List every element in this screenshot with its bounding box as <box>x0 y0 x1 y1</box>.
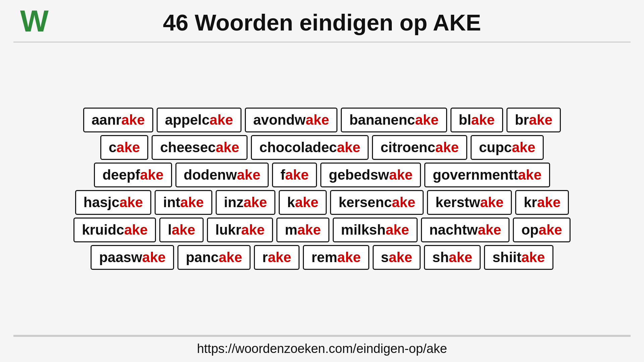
word-prefix: f <box>280 167 285 183</box>
word-box-0-0: aanrake <box>83 108 153 132</box>
page-title: 46 Woorden eindigen op AKE <box>163 9 481 36</box>
word-highlight: ake <box>512 139 535 155</box>
word-highlight: ake <box>121 112 145 128</box>
word-prefix: inz <box>224 194 244 210</box>
word-box-5-3: remake <box>303 245 369 270</box>
word-highlight: ake <box>478 222 501 238</box>
word-highlight: ake <box>180 194 204 210</box>
word-box-2-0: deepfake <box>94 163 172 187</box>
word-prefix: lukr <box>215 222 241 238</box>
word-highlight: ake <box>124 222 148 238</box>
word-prefix: cupc <box>479 139 512 155</box>
word-highlight: ake <box>241 222 265 238</box>
logo: W <box>20 6 49 36</box>
word-prefix: avondw <box>253 112 306 128</box>
word-highlight: ake <box>119 194 143 210</box>
word-box-1-4: cupcake <box>471 135 544 160</box>
word-prefix: m <box>285 222 297 238</box>
word-prefix: kr <box>524 194 537 210</box>
word-highlight: ake <box>237 167 260 183</box>
word-prefix: kruidc <box>82 222 124 238</box>
word-prefix: gebedsw <box>329 167 389 183</box>
word-prefix: bl <box>459 112 471 128</box>
word-row-1: cakecheesecakechocoladecakecitroencakecu… <box>100 135 544 160</box>
words-content: aanrakeappelcakeavondwakebananencakeblak… <box>0 43 644 335</box>
word-prefix: shiit <box>492 249 521 265</box>
word-prefix: op <box>521 222 538 238</box>
word-row-0: aanrakeappelcakeavondwakebananencakeblak… <box>83 108 561 132</box>
word-prefix: chocoladec <box>259 139 337 155</box>
word-prefix: kerstw <box>435 194 480 210</box>
page-header: W 46 Woorden eindigen op AKE <box>0 0 644 42</box>
word-prefix: deepf <box>102 167 140 183</box>
word-prefix: appelc <box>165 112 210 128</box>
word-box-3-2: inzake <box>216 190 275 215</box>
word-box-1-2: chocoladecake <box>251 135 369 160</box>
word-prefix: bananenc <box>349 112 415 128</box>
word-row-2: deepfakedodenwakefakegebedswakegovernmen… <box>94 163 550 187</box>
word-highlight: ake <box>539 222 562 238</box>
word-highlight: ake <box>386 222 409 238</box>
word-prefix: paasw <box>99 249 142 265</box>
footer-url: https://woordenzoeken.com/eindigen-op/ak… <box>13 336 631 362</box>
word-prefix: c <box>109 139 116 155</box>
word-box-3-0: hasjcake <box>75 190 151 215</box>
word-box-0-3: bananencake <box>341 108 447 132</box>
word-highlight: ake <box>415 112 438 128</box>
word-highlight: ake <box>295 194 318 210</box>
word-row-3: hasjcakeintakeinzakekakekersencakekerstw… <box>75 190 569 215</box>
word-highlight: ake <box>172 222 195 238</box>
word-highlight: ake <box>337 249 361 265</box>
word-highlight: ake <box>244 194 267 210</box>
word-prefix: dodenw <box>184 167 237 183</box>
word-highlight: ake <box>210 112 233 128</box>
word-prefix: milksh <box>341 222 386 238</box>
word-box-0-5: brake <box>506 108 561 132</box>
word-prefix: l <box>168 222 172 238</box>
word-row-5: paaswakepancakerakeremakesakeshakeshiita… <box>91 245 553 270</box>
word-prefix: panc <box>186 249 219 265</box>
word-box-3-5: kerstwake <box>427 190 512 215</box>
word-box-5-4: sake <box>373 245 421 270</box>
word-prefix: br <box>515 112 529 128</box>
word-prefix: int <box>163 194 180 210</box>
word-box-5-0: paaswake <box>91 245 174 270</box>
word-highlight: ake <box>521 249 545 265</box>
word-prefix: sh <box>432 249 449 265</box>
word-highlight: ake <box>449 249 472 265</box>
word-box-1-0: cake <box>100 135 148 160</box>
word-highlight: ake <box>142 249 166 265</box>
word-box-3-4: kersencake <box>330 190 424 215</box>
word-box-5-2: rake <box>254 245 300 270</box>
word-box-3-1: intake <box>155 190 212 215</box>
word-highlight: ake <box>337 139 360 155</box>
word-box-2-4: governmenttake <box>424 163 550 187</box>
word-prefix: k <box>287 194 295 210</box>
word-box-1-1: cheesecake <box>152 135 248 160</box>
word-box-2-2: fake <box>272 163 317 187</box>
word-highlight: ake <box>389 249 412 265</box>
word-highlight: ake <box>285 167 309 183</box>
word-box-5-5: shake <box>424 245 481 270</box>
word-highlight: ake <box>480 194 503 210</box>
word-prefix: r <box>262 249 268 265</box>
word-box-2-3: gebedswake <box>320 163 421 187</box>
word-box-4-5: nachtwake <box>421 218 510 242</box>
word-highlight: ake <box>216 139 239 155</box>
word-highlight: ake <box>392 194 415 210</box>
word-highlight: ake <box>140 167 163 183</box>
word-prefix: rem <box>311 249 337 265</box>
word-box-5-1: pancake <box>177 245 251 270</box>
word-highlight: ake <box>529 112 552 128</box>
word-box-4-0: kruidcake <box>73 218 156 242</box>
word-box-0-2: avondwake <box>245 108 337 132</box>
word-box-4-4: milkshake <box>333 218 418 242</box>
word-box-0-1: appelcake <box>157 108 241 132</box>
word-highlight: ake <box>471 112 495 128</box>
word-box-4-1: lake <box>159 218 204 242</box>
word-highlight: ake <box>116 139 140 155</box>
word-box-0-4: blake <box>450 108 503 132</box>
word-box-3-6: krake <box>515 190 569 215</box>
word-row-4: kruidcakelakelukrakemakemilkshakenachtwa… <box>73 218 571 242</box>
word-prefix: governmentt <box>433 167 518 183</box>
